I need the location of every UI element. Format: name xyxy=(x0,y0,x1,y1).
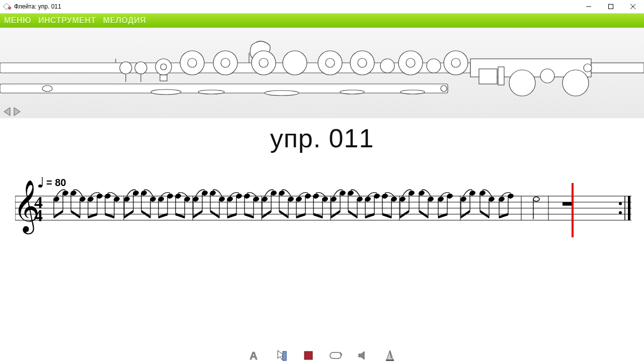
a-button[interactable]: A xyxy=(248,349,261,362)
svg-point-199 xyxy=(533,197,539,202)
svg-marker-207 xyxy=(359,351,364,359)
svg-rect-203 xyxy=(283,351,286,360)
timesig-bottom: 4 xyxy=(34,206,43,225)
svg-rect-205 xyxy=(330,352,341,358)
svg-rect-17 xyxy=(160,75,167,81)
svg-point-31 xyxy=(406,58,415,67)
cursor-tool[interactable] xyxy=(275,349,288,362)
stop-button[interactable] xyxy=(302,349,315,362)
svg-point-13 xyxy=(135,62,147,74)
svg-point-65 xyxy=(619,202,622,205)
svg-point-44 xyxy=(340,90,364,94)
svg-point-19 xyxy=(188,58,197,67)
svg-point-28 xyxy=(358,58,367,67)
titlebar: Флейта: упр. 011 xyxy=(0,0,644,14)
svg-marker-206 xyxy=(340,351,342,355)
close-button[interactable] xyxy=(622,0,644,13)
svg-point-43 xyxy=(265,90,299,96)
menubar: МЕНЮ ИНСТРУМЕНТ МЕЛОДИЯ xyxy=(0,14,644,28)
svg-point-23 xyxy=(259,58,268,67)
svg-rect-36 xyxy=(498,67,504,85)
svg-rect-35 xyxy=(479,69,497,84)
app-icon xyxy=(3,3,11,11)
svg-point-26 xyxy=(326,58,335,67)
svg-point-66 xyxy=(619,211,622,214)
svg-point-34 xyxy=(451,58,460,67)
svg-point-8 xyxy=(42,85,52,92)
flute-diagram-panel xyxy=(0,28,644,118)
svg-rect-6 xyxy=(591,63,644,73)
maximize-button[interactable] xyxy=(600,0,622,13)
sound-button[interactable] xyxy=(356,349,369,362)
minimize-button[interactable] xyxy=(578,0,600,13)
half-rest xyxy=(562,202,572,206)
flute-diagram xyxy=(0,28,644,118)
svg-point-32 xyxy=(427,59,441,73)
svg-point-37 xyxy=(509,70,535,96)
svg-point-24 xyxy=(283,51,307,75)
svg-point-11 xyxy=(120,62,132,74)
window-title: Флейта: упр. 011 xyxy=(14,3,578,10)
svg-point-16 xyxy=(160,64,167,70)
tempo-text: = 80 xyxy=(46,177,66,188)
svg-rect-68 xyxy=(628,196,630,220)
loop-button[interactable] xyxy=(329,349,342,362)
svg-text:A: A xyxy=(250,349,258,361)
menu-item-instrument[interactable]: ИНСТРУМЕНТ xyxy=(38,16,96,25)
music-staff: = 80 𝄞 4 4 xyxy=(15,176,634,246)
svg-point-41 xyxy=(151,89,181,95)
svg-point-21 xyxy=(221,58,230,67)
svg-point-42 xyxy=(198,90,224,94)
exercise-title: упр. 011 xyxy=(0,123,644,153)
nav-arrows[interactable] xyxy=(3,106,21,117)
svg-point-38 xyxy=(540,69,554,83)
svg-marker-48 xyxy=(14,108,20,116)
bottom-toolbar: A xyxy=(0,348,644,362)
menu-item-melody[interactable]: МЕЛОДИЯ xyxy=(103,16,146,25)
svg-point-40 xyxy=(584,64,592,72)
svg-point-29 xyxy=(380,59,394,73)
svg-rect-204 xyxy=(304,351,312,359)
menu-item-menu[interactable]: МЕНЮ xyxy=(4,16,31,25)
svg-rect-1 xyxy=(609,5,613,9)
svg-marker-47 xyxy=(4,108,10,116)
svg-point-46 xyxy=(441,85,447,92)
svg-rect-210 xyxy=(386,359,394,361)
metronome-button[interactable] xyxy=(383,349,396,362)
svg-point-45 xyxy=(400,90,425,94)
svg-point-39 xyxy=(562,70,589,96)
score-panel: упр. 011 = 80 𝄞 4 4 xyxy=(0,123,644,354)
